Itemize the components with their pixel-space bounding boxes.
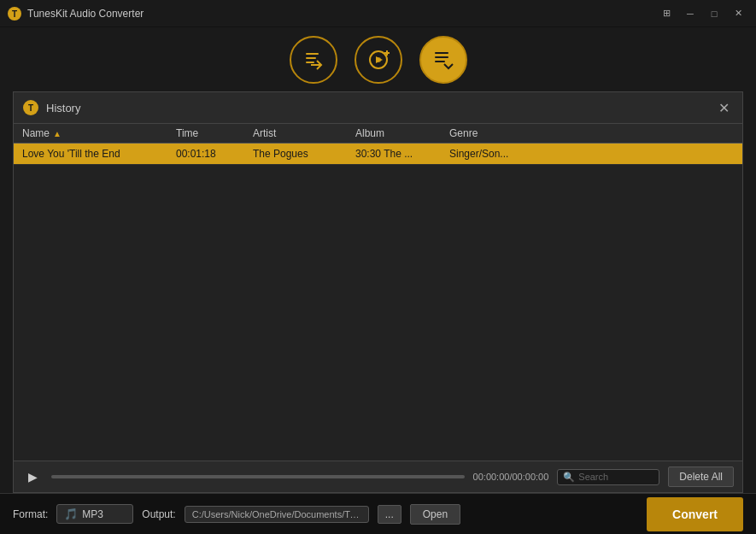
table-row[interactable]: Love You 'Till the End 00:01:18 The Pogu… bbox=[14, 144, 742, 165]
convert-list-button[interactable] bbox=[290, 36, 337, 84]
svg-rect-11 bbox=[435, 56, 448, 58]
progress-bar[interactable] bbox=[51, 475, 465, 478]
bottom-bar: Format: 🎵 MP3 Output: C:/Users/Nick/OneD… bbox=[0, 493, 756, 534]
app-logo-icon: T bbox=[7, 6, 22, 21]
svg-rect-4 bbox=[306, 62, 314, 63]
history-icon: T bbox=[22, 99, 39, 116]
svg-rect-10 bbox=[435, 52, 448, 54]
format-icon: 🎵 bbox=[64, 508, 78, 520]
format-selector[interactable]: 🎵 MP3 bbox=[56, 504, 133, 524]
svg-point-7 bbox=[376, 57, 381, 62]
history-title-row: T History bbox=[22, 99, 80, 116]
svg-rect-3 bbox=[306, 57, 316, 59]
cell-artist: The Pogues bbox=[253, 148, 355, 160]
playback-bar: ▶ 00:00:00/00:00:00 🔍 Delete All bbox=[14, 461, 742, 492]
sort-arrow-icon: ▲ bbox=[53, 129, 62, 138]
open-button[interactable]: Open bbox=[410, 504, 460, 525]
cell-name: Love You 'Till the End bbox=[22, 148, 176, 160]
format-label: Format: bbox=[13, 508, 48, 520]
svg-text:T: T bbox=[28, 103, 33, 113]
dots-button[interactable]: ... bbox=[378, 505, 401, 524]
cell-album: 30:30 The ... bbox=[355, 148, 449, 160]
col-genre-header: Genre bbox=[449, 127, 734, 139]
search-input[interactable] bbox=[578, 472, 651, 482]
history-header: T History ✕ bbox=[14, 92, 742, 124]
title-bar: T TunesKit Audio Converter ⊞ ─ □ ✕ bbox=[0, 0, 756, 27]
title-bar-left: T TunesKit Audio Converter bbox=[7, 6, 144, 21]
output-path: C:/Users/Nick/OneDrive/Documents/TunesKi… bbox=[185, 506, 369, 523]
history-button[interactable] bbox=[419, 36, 467, 84]
col-album-header: Album bbox=[355, 127, 449, 139]
svg-text:T: T bbox=[12, 9, 17, 19]
output-label: Output: bbox=[142, 508, 175, 520]
cell-genre: Singer/Son... bbox=[449, 148, 734, 160]
history-panel: T History ✕ Name ▲ Time Artist Album bbox=[13, 91, 743, 493]
cell-time: 00:01:18 bbox=[176, 148, 253, 160]
maximize-button[interactable]: □ bbox=[703, 5, 725, 22]
history-close-button[interactable]: ✕ bbox=[713, 97, 734, 118]
svg-rect-2 bbox=[306, 53, 319, 55]
svg-rect-12 bbox=[435, 61, 445, 62]
table-header: Name ▲ Time Artist Album Genre bbox=[14, 124, 742, 144]
format-value: MP3 bbox=[82, 508, 103, 520]
search-box[interactable]: 🔍 bbox=[557, 469, 659, 485]
col-name-header: Name ▲ bbox=[22, 127, 176, 139]
convert-button[interactable]: Convert bbox=[647, 497, 743, 531]
grid-button[interactable]: ⊞ bbox=[655, 5, 677, 22]
col-artist-header: Artist bbox=[253, 127, 355, 139]
app-title: TunesKit Audio Converter bbox=[27, 8, 144, 20]
play-button[interactable]: ▶ bbox=[22, 470, 43, 484]
add-music-button[interactable] bbox=[355, 36, 402, 84]
col-time-header: Time bbox=[176, 127, 253, 139]
history-title: History bbox=[46, 102, 80, 114]
close-button[interactable]: ✕ bbox=[727, 5, 749, 22]
minimize-button[interactable]: ─ bbox=[679, 5, 701, 22]
search-icon: 🔍 bbox=[563, 472, 575, 483]
main-area: T History ✕ Name ▲ Time Artist Album bbox=[0, 91, 756, 493]
title-bar-controls: ⊞ ─ □ ✕ bbox=[655, 5, 749, 22]
time-display: 00:00:00/00:00:00 bbox=[473, 472, 549, 482]
delete-all-button[interactable]: Delete All bbox=[668, 467, 734, 487]
table-body: Love You 'Till the End 00:01:18 The Pogu… bbox=[14, 144, 742, 461]
toolbar bbox=[0, 27, 756, 91]
